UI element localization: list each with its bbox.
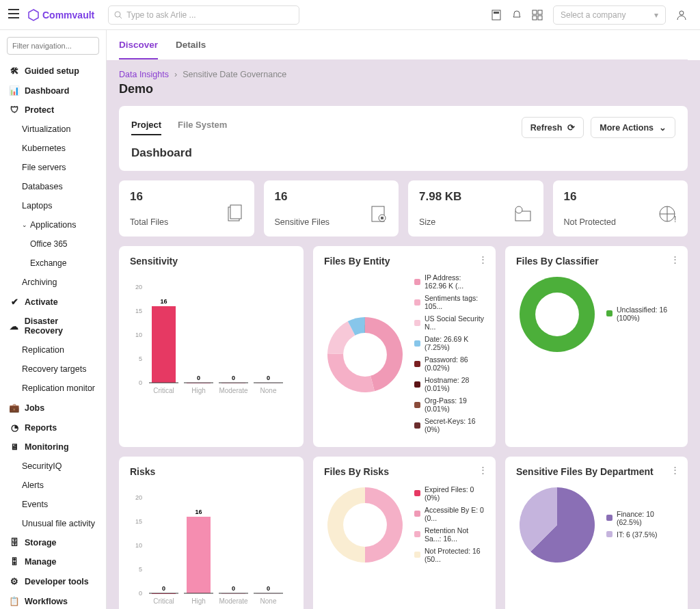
- chart-menu-icon[interactable]: ⋮: [671, 254, 679, 265]
- sidebar-item-replicationmonitor[interactable]: Replication monitor: [7, 379, 99, 398]
- svg-text:10: 10: [135, 331, 142, 338]
- sidebar-item-disaster[interactable]: ☁Disaster Recovery: [7, 312, 99, 340]
- label: Refresh: [530, 123, 563, 133]
- sidebar-item-alerts[interactable]: Alerts: [7, 476, 99, 495]
- bell-icon[interactable]: [507, 10, 527, 21]
- company-select[interactable]: Select a company ▾: [553, 5, 666, 25]
- tab-project[interactable]: Project: [131, 120, 161, 135]
- sidebar-item-activate[interactable]: ✔Activate: [7, 292, 99, 312]
- sidebar-item-workflows[interactable]: 📋Workflows: [7, 591, 99, 609]
- chart-menu-icon[interactable]: ⋮: [479, 465, 487, 475]
- sidebar-item-applications[interactable]: ⌄Applications: [7, 215, 99, 234]
- label: Events: [22, 500, 48, 509]
- chart-menu-icon[interactable]: ⋮: [671, 465, 679, 475]
- svg-rect-3: [533, 10, 537, 14]
- label: Protect: [25, 105, 54, 115]
- sidebar-item-exchange[interactable]: Exchange: [7, 254, 99, 273]
- shield-icon: 🛡: [8, 105, 21, 115]
- svg-text:Critical: Critical: [153, 387, 174, 394]
- legend-item: Retention Not Sa...: 16...: [414, 526, 485, 543]
- legend-item: Accessible By E: 0 (0...: [414, 506, 485, 522]
- svg-text:0: 0: [232, 375, 235, 381]
- hamburger-icon[interactable]: [8, 9, 22, 21]
- sidebar-item-securityiq[interactable]: SecurityIQ: [7, 457, 99, 476]
- legend-item: Finance: 10 (62.5%): [606, 510, 677, 526]
- logo-icon: [27, 9, 40, 21]
- svg-text:High: High: [191, 597, 206, 605]
- svg-rect-50: [187, 517, 211, 593]
- page-title: Demo: [107, 82, 700, 106]
- sidebar-item-monitoring[interactable]: 🖥Monitoring: [7, 437, 99, 457]
- label: More Actions: [600, 123, 654, 133]
- sidebar-item-dashboard[interactable]: 📊Dashboard: [7, 81, 99, 100]
- svg-text:20: 20: [135, 494, 142, 501]
- label: Unusual file activity: [22, 519, 95, 528]
- files-icon: [224, 204, 245, 227]
- sidebar-item-databases[interactable]: Databases: [7, 177, 99, 196]
- refresh-button[interactable]: Refresh⟳: [522, 117, 584, 138]
- stat-size[interactable]: 7.98 KB Size: [408, 180, 543, 236]
- stat-not-protected[interactable]: 16 Not Protected !: [553, 180, 688, 236]
- label: Exchange: [30, 258, 66, 268]
- label: Virtualization: [22, 124, 70, 134]
- sidebar-item-events[interactable]: Events: [7, 495, 99, 514]
- topbar: Commvault Type to ask Arlie ... Select a…: [0, 0, 700, 30]
- label: Activate: [25, 297, 58, 307]
- legend-item: Sentiments tags: 105...: [414, 294, 485, 310]
- tab-discover[interactable]: Discover: [119, 40, 158, 59]
- dashboard-title: Dashboard: [131, 146, 675, 160]
- sidebar-item-reports[interactable]: ◔Reports: [7, 418, 99, 437]
- sidebar-item-kubernetes[interactable]: Kubernetes: [7, 139, 99, 158]
- filter-input[interactable]: [7, 37, 99, 55]
- legend-item: US Social Security N...: [414, 314, 485, 331]
- tab-details[interactable]: Details: [176, 40, 206, 59]
- sidebar-item-replication[interactable]: Replication: [7, 340, 99, 360]
- tab-filesystem[interactable]: File System: [178, 120, 227, 135]
- globe-alert-icon: !: [658, 204, 678, 227]
- svg-text:0: 0: [232, 585, 235, 592]
- sidebar-item-virtualization[interactable]: Virtualization: [7, 120, 99, 139]
- svg-point-62: [343, 503, 387, 547]
- legend-item: Password: 86 (0.02%): [414, 355, 485, 372]
- label: SecurityIQ: [22, 461, 62, 471]
- sidebar-item-manage[interactable]: 🎛Manage: [7, 552, 99, 571]
- svg-point-40: [535, 293, 579, 336]
- sidebar-item-devtools[interactable]: ⚙Developer tools: [7, 571, 99, 591]
- svg-text:High: High: [191, 387, 206, 394]
- sidebar-item-laptops[interactable]: Laptops: [7, 196, 99, 215]
- sidebar-item-fileservers[interactable]: File servers: [7, 158, 99, 177]
- svg-text:0: 0: [197, 375, 200, 381]
- sidebar-item-storage[interactable]: 🗄Storage: [7, 533, 99, 552]
- sidebar-item-guided[interactable]: 🛠Guided setup: [7, 62, 99, 81]
- label: Archiving: [22, 278, 57, 287]
- svg-text:15: 15: [135, 518, 142, 525]
- chart-title: Files By Risks: [324, 466, 485, 477]
- chart-menu-icon[interactable]: ⋮: [479, 254, 487, 265]
- stat-sensitive-files[interactable]: 16 Sensitive Files: [264, 180, 399, 236]
- label: Jobs: [25, 403, 44, 413]
- grid-icon[interactable]: [527, 10, 548, 21]
- sidebar-item-recoverytargets[interactable]: Recovery targets: [7, 360, 99, 379]
- user-icon[interactable]: [671, 10, 692, 21]
- sidebar-item-office365[interactable]: Office 365: [7, 234, 99, 254]
- legend-item: Secret-Keys: 16 (0%): [414, 417, 485, 433]
- brand-logo[interactable]: Commvault: [27, 9, 94, 21]
- more-actions-button[interactable]: More Actions⌄: [591, 117, 675, 138]
- disk-icon: 🗄: [8, 538, 21, 547]
- stat-value: 7.98 KB: [419, 190, 533, 204]
- sidebar-item-unusual[interactable]: Unusual file activity: [7, 514, 99, 533]
- sidebar-item-archiving[interactable]: Archiving: [7, 273, 99, 292]
- breadcrumb-data-insights[interactable]: Data Insights: [119, 70, 169, 79]
- sidebar-item-jobs[interactable]: 💼Jobs: [7, 398, 99, 418]
- label: Laptops: [22, 201, 52, 211]
- chevron-down-icon: ⌄: [659, 122, 667, 133]
- search-input[interactable]: Type to ask Arlie ...: [108, 5, 299, 25]
- calculator-icon[interactable]: [486, 10, 507, 21]
- svg-text:0: 0: [267, 375, 270, 381]
- stat-total-files[interactable]: 16 Total Files: [119, 180, 254, 236]
- menu-icon: [8, 9, 19, 18]
- chart-title: Files By Entity: [324, 256, 485, 267]
- sidebar-item-protect[interactable]: 🛡Protect: [7, 100, 99, 120]
- lock-file-icon: [368, 204, 389, 227]
- svg-text:16: 16: [195, 509, 202, 515]
